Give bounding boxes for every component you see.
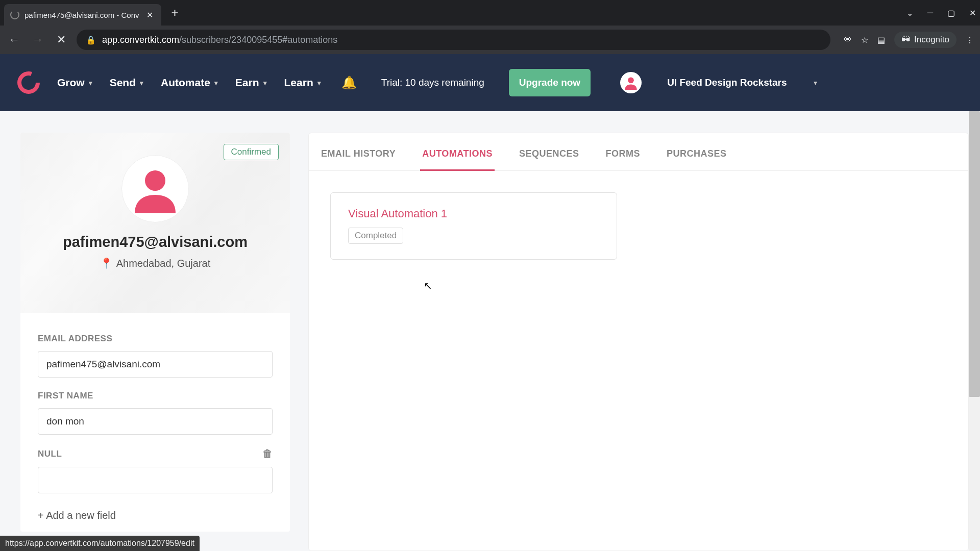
tab-search-icon[interactable]: ⌄: [906, 8, 913, 18]
automation-card[interactable]: Visual Automation 1 Completed: [330, 192, 617, 260]
close-window-icon[interactable]: ✕: [969, 8, 976, 18]
lock-icon: 🔒: [86, 35, 96, 45]
vertical-scrollbar[interactable]: [969, 111, 980, 551]
chevron-down-icon: ▾: [263, 79, 267, 87]
chevron-down-icon: ▾: [140, 79, 143, 87]
upgrade-button[interactable]: Upgrade now: [509, 69, 591, 97]
incognito-icon: 🕶: [901, 35, 910, 45]
nav-grow[interactable]: Grow▾: [57, 77, 92, 89]
tab-purchases[interactable]: PURCHASES: [665, 142, 729, 170]
bookmark-star-icon[interactable]: ☆: [861, 35, 868, 45]
nav-earn[interactable]: Earn▾: [235, 77, 267, 89]
subscriber-email: pafimen475@alvisani.com: [20, 234, 290, 251]
nav-send[interactable]: Send▾: [110, 77, 143, 89]
nav-label: Send: [110, 77, 136, 89]
scrollbar-thumb[interactable]: [969, 111, 980, 397]
incognito-badge[interactable]: 🕶 Incognito: [894, 32, 957, 48]
trial-status: Trial: 10 days remaining: [381, 76, 484, 90]
minimize-icon[interactable]: ─: [927, 8, 933, 17]
account-avatar[interactable]: [620, 72, 642, 93]
firstname-label: FIRST NAME: [38, 391, 273, 401]
chevron-down-icon: ▾: [214, 79, 218, 87]
nav-label: Earn: [235, 77, 259, 89]
automation-status-badge: Completed: [348, 228, 403, 244]
chevron-down-icon: ▾: [317, 79, 321, 87]
location-pin-icon: 📍: [100, 257, 113, 269]
delete-field-icon[interactable]: 🗑: [262, 448, 273, 460]
chevron-down-icon[interactable]: ▾: [814, 79, 817, 87]
tab-sequences[interactable]: SEQUENCES: [517, 142, 581, 170]
avatar: [121, 155, 189, 222]
main-panel: EMAIL HISTORY AUTOMATIONS SEQUENCES FORM…: [308, 133, 969, 551]
tabs-row: EMAIL HISTORY AUTOMATIONS SEQUENCES FORM…: [309, 133, 968, 171]
new-tab-button[interactable]: +: [172, 6, 179, 20]
address-bar[interactable]: 🔒 app.convertkit.com/subscribers/2340095…: [77, 30, 830, 50]
account-name[interactable]: UI Feed Design Rockstars: [667, 76, 787, 90]
eye-off-icon[interactable]: 👁: [844, 35, 852, 44]
svg-point-2: [145, 170, 165, 191]
profile-card: Confirmed pafimen475@alvisani.com 📍 Ahme…: [20, 133, 290, 532]
null-field[interactable]: [38, 467, 273, 493]
page-viewport: Grow▾ Send▾ Automate▾ Earn▾ Learn▾ 🔔 Tri…: [0, 54, 980, 551]
browser-menu-icon[interactable]: ⋮: [966, 35, 974, 45]
tab-title: pafimen475@alvisani.com - Conv: [24, 11, 139, 19]
browser-tab[interactable]: pafimen475@alvisani.com - Conv ✕: [4, 4, 161, 26]
convertkit-logo[interactable]: [17, 71, 40, 94]
tab-forms[interactable]: FORMS: [604, 142, 643, 170]
subscriber-sidebar: Confirmed pafimen475@alvisani.com 📍 Ahme…: [20, 133, 290, 551]
side-panel-icon[interactable]: ▤: [877, 35, 885, 45]
nav-label: Automate: [161, 77, 210, 89]
forward-button[interactable]: →: [30, 32, 46, 48]
chevron-down-icon: ▾: [89, 79, 92, 87]
location-text: Ahmedabad, Gujarat: [116, 258, 211, 269]
subscriber-location: 📍 Ahmedabad, Gujarat: [20, 257, 290, 269]
page-content: Confirmed pafimen475@alvisani.com 📍 Ahme…: [0, 111, 980, 551]
svg-point-0: [19, 73, 38, 92]
nav-label: Learn: [284, 77, 313, 89]
subscriber-fields: EMAIL ADDRESS FIRST NAME NULL 🗑 + Add a …: [20, 313, 290, 521]
email-field[interactable]: [38, 351, 273, 378]
profile-map-background: Confirmed pafimen475@alvisani.com 📍 Ahme…: [20, 133, 290, 313]
firstname-field[interactable]: [38, 408, 273, 435]
url-text: app.convertkit.com/subscribers/234009545…: [102, 35, 337, 45]
nav-automate[interactable]: Automate▾: [161, 77, 218, 89]
browser-tab-strip: pafimen475@alvisani.com - Conv ✕ + ⌄ ─ ▢…: [0, 0, 980, 26]
incognito-label: Incognito: [914, 35, 949, 45]
loading-spinner-icon: [10, 10, 19, 19]
automation-title: Visual Automation 1: [348, 207, 599, 220]
nav-learn[interactable]: Learn▾: [284, 77, 321, 89]
tab-email-history[interactable]: EMAIL HISTORY: [319, 142, 398, 170]
null-field-label: NULL 🗑: [38, 448, 273, 460]
browser-status-bar: https://app.convertkit.com/automations/1…: [0, 536, 200, 551]
nav-label: Grow: [57, 77, 85, 89]
status-badge: Confirmed: [224, 144, 279, 160]
back-button[interactable]: ←: [6, 32, 22, 48]
email-label: EMAIL ADDRESS: [38, 334, 273, 344]
app-header: Grow▾ Send▾ Automate▾ Earn▾ Learn▾ 🔔 Tri…: [0, 54, 980, 111]
svg-point-1: [628, 78, 634, 84]
close-tab-icon[interactable]: ✕: [144, 8, 155, 22]
add-field-button[interactable]: + Add a new field: [38, 510, 273, 521]
null-label-text: NULL: [38, 449, 62, 459]
notifications-bell-icon[interactable]: 🔔: [341, 76, 357, 90]
window-controls: ⌄ ─ ▢ ✕: [906, 8, 976, 18]
tab-automations[interactable]: AUTOMATIONS: [420, 142, 495, 171]
maximize-icon[interactable]: ▢: [947, 8, 955, 18]
browser-toolbar: ← → ✕ 🔒 app.convertkit.com/subscribers/2…: [0, 26, 980, 54]
stop-reload-button[interactable]: ✕: [53, 32, 69, 48]
